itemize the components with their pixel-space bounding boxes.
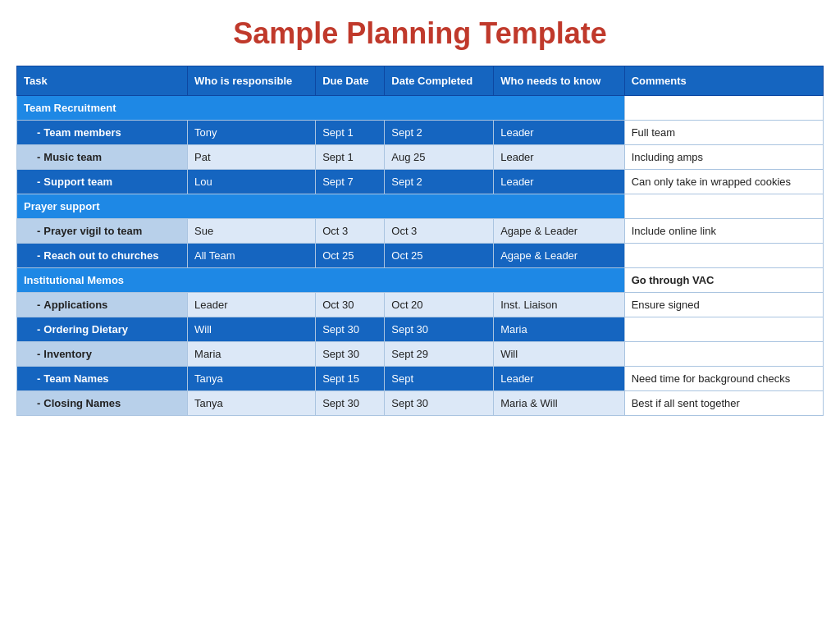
table-row: -Ordering DietaryWillSept 30Sept 30Maria bbox=[17, 317, 824, 342]
section-header-row: Team Recruitment bbox=[17, 96, 824, 121]
task-cell: -Music team bbox=[17, 145, 188, 170]
comments-cell bbox=[624, 342, 823, 367]
date-completed-cell: Sept 30 bbox=[385, 317, 494, 342]
comments-cell: Including amps bbox=[624, 145, 823, 170]
col-header-due-date: Due Date bbox=[316, 66, 385, 96]
responsible-cell: Maria bbox=[188, 342, 316, 367]
comments-cell bbox=[624, 317, 823, 342]
due-date-cell: Oct 30 bbox=[316, 293, 385, 317]
comments-cell: Ensure signed bbox=[624, 293, 823, 317]
comments-cell: Include online link bbox=[624, 219, 823, 244]
section-name: Prayer support bbox=[17, 194, 625, 219]
comments-cell: Best if all sent together bbox=[624, 391, 823, 416]
col-header-responsible: Who is responsible bbox=[188, 66, 316, 96]
task-cell: -Team Names bbox=[17, 367, 188, 391]
due-date-cell: Sept 30 bbox=[316, 317, 385, 342]
task-cell: -Closing Names bbox=[17, 391, 188, 416]
section-comment: Go through VAC bbox=[624, 268, 823, 293]
table-row: -Team NamesTanyaSept 15SeptLeaderNeed ti… bbox=[17, 367, 824, 391]
due-date-cell: Sept 30 bbox=[316, 391, 385, 416]
table-row: -Reach out to churchesAll TeamOct 25Oct … bbox=[17, 244, 824, 268]
who-needs-to-know-cell: Inst. Liaison bbox=[494, 293, 624, 317]
due-date-cell: Sept 1 bbox=[316, 121, 385, 145]
who-needs-to-know-cell: Maria bbox=[494, 317, 624, 342]
comments-cell bbox=[624, 244, 823, 268]
section-name: Institutional Memos bbox=[17, 268, 625, 293]
section-header-row: Institutional MemosGo through VAC bbox=[17, 268, 824, 293]
due-date-cell: Sept 30 bbox=[316, 342, 385, 367]
due-date-cell: Sept 1 bbox=[316, 145, 385, 170]
who-needs-to-know-cell: Leader bbox=[494, 367, 624, 391]
who-needs-to-know-cell: Agape & Leader bbox=[494, 244, 624, 268]
who-needs-to-know-cell: Leader bbox=[494, 170, 624, 194]
responsible-cell: Tony bbox=[188, 121, 316, 145]
responsible-cell: Tanya bbox=[188, 391, 316, 416]
who-needs-to-know-cell: Leader bbox=[494, 145, 624, 170]
col-header-date-completed: Date Completed bbox=[385, 66, 494, 96]
comments-cell: Need time for background checks bbox=[624, 367, 823, 391]
section-header-row: Prayer support bbox=[17, 194, 824, 219]
responsible-cell: Tanya bbox=[188, 367, 316, 391]
date-completed-cell: Sept 2 bbox=[385, 170, 494, 194]
who-needs-to-know-cell: Will bbox=[494, 342, 624, 367]
who-needs-to-know-cell: Leader bbox=[494, 121, 624, 145]
responsible-cell: Sue bbox=[188, 219, 316, 244]
date-completed-cell: Sept 30 bbox=[385, 391, 494, 416]
page-title: Sample Planning Template bbox=[16, 16, 824, 51]
task-cell: -Team members bbox=[17, 121, 188, 145]
table-row: -InventoryMariaSept 30Sept 29Will bbox=[17, 342, 824, 367]
task-cell: -Applications bbox=[17, 293, 188, 317]
responsible-cell: Lou bbox=[188, 170, 316, 194]
col-header-who-needs-to-know: Who needs to know bbox=[494, 66, 624, 96]
col-header-comments: Comments bbox=[624, 66, 823, 96]
task-cell: -Ordering Dietary bbox=[17, 317, 188, 342]
due-date-cell: Oct 3 bbox=[316, 219, 385, 244]
responsible-cell: Leader bbox=[188, 293, 316, 317]
date-completed-cell: Sept bbox=[385, 367, 494, 391]
planning-table: Task Who is responsible Due Date Date Co… bbox=[16, 66, 824, 416]
task-cell: -Inventory bbox=[17, 342, 188, 367]
who-needs-to-know-cell: Maria & Will bbox=[494, 391, 624, 416]
responsible-cell: All Team bbox=[188, 244, 316, 268]
date-completed-cell: Sept 29 bbox=[385, 342, 494, 367]
task-cell: -Support team bbox=[17, 170, 188, 194]
table-row: -Support teamLouSept 7Sept 2LeaderCan on… bbox=[17, 170, 824, 194]
section-name: Team Recruitment bbox=[17, 96, 625, 121]
date-completed-cell: Oct 25 bbox=[385, 244, 494, 268]
section-comment bbox=[624, 96, 823, 121]
date-completed-cell: Aug 25 bbox=[385, 145, 494, 170]
task-cell: -Reach out to churches bbox=[17, 244, 188, 268]
due-date-cell: Sept 15 bbox=[316, 367, 385, 391]
responsible-cell: Pat bbox=[188, 145, 316, 170]
table-row: -Prayer vigil to teamSueOct 3Oct 3Agape … bbox=[17, 219, 824, 244]
comments-cell: Full team bbox=[624, 121, 823, 145]
table-row: -ApplicationsLeaderOct 30Oct 20Inst. Lia… bbox=[17, 293, 824, 317]
comments-cell: Can only take in wrapped cookies bbox=[624, 170, 823, 194]
date-completed-cell: Oct 3 bbox=[385, 219, 494, 244]
table-row: -Music teamPatSept 1Aug 25LeaderIncludin… bbox=[17, 145, 824, 170]
col-header-task: Task bbox=[17, 66, 188, 96]
due-date-cell: Sept 7 bbox=[316, 170, 385, 194]
section-comment bbox=[624, 194, 823, 219]
task-cell: -Prayer vigil to team bbox=[17, 219, 188, 244]
table-row: -Closing NamesTanyaSept 30Sept 30Maria &… bbox=[17, 391, 824, 416]
due-date-cell: Oct 25 bbox=[316, 244, 385, 268]
responsible-cell: Will bbox=[188, 317, 316, 342]
who-needs-to-know-cell: Agape & Leader bbox=[494, 219, 624, 244]
table-row: -Team membersTonySept 1Sept 2LeaderFull … bbox=[17, 121, 824, 145]
date-completed-cell: Sept 2 bbox=[385, 121, 494, 145]
date-completed-cell: Oct 20 bbox=[385, 293, 494, 317]
